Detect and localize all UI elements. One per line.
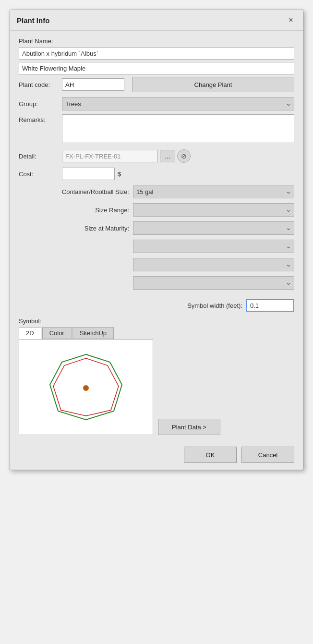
extra-row-1 (19, 240, 294, 253)
extra-row-3 (19, 276, 294, 290)
symbol-width-label: Symbol width (feet): (187, 302, 242, 309)
symbol-area: Plant Data > (19, 339, 294, 435)
extra-row-2 (19, 258, 294, 271)
tab-2d[interactable]: 2D (19, 327, 41, 339)
symbol-width-input[interactable] (246, 299, 294, 312)
extra-select-wrapper-2 (133, 258, 294, 271)
size-maturity-row: Size at Maturity: (19, 221, 294, 235)
size-range-select-wrapper (133, 203, 294, 217)
detail-browse-button[interactable]: ... (160, 150, 175, 162)
size-range-select[interactable] (133, 203, 294, 217)
detail-row: Detail: ... ⊘ (19, 149, 294, 163)
container-label: Container/Rootball Size: (19, 188, 129, 195)
title-bar: Plant Info × (10, 10, 303, 31)
symbol-svg (38, 344, 134, 430)
detail-clear-icon: ⊘ (181, 152, 187, 160)
group-row: Group: Trees Shrubs Groundcover (19, 97, 294, 110)
remarks-input[interactable] (62, 114, 294, 143)
symbol-width-row: Symbol width (feet): (19, 299, 294, 312)
tab-sketchup[interactable]: SketchUp (72, 327, 114, 339)
tab-color[interactable]: Color (42, 327, 72, 339)
dialog-body: Plant Name: Plant code: Change Plant Gro… (10, 31, 303, 442)
extra-select-1[interactable] (133, 240, 294, 253)
group-label: Group: (19, 100, 62, 108)
extra-select-wrapper-3 (133, 276, 294, 290)
cost-row: Cost: $ (19, 168, 294, 180)
detail-label: Detail: (19, 153, 62, 160)
detail-input[interactable] (62, 150, 158, 162)
center-dot (83, 385, 89, 391)
container-select-wrapper: 15 gal 5 gal 1 gal (133, 185, 294, 198)
group-select-wrapper: Trees Shrubs Groundcover (62, 97, 294, 110)
plant-name-input-2[interactable] (19, 62, 294, 74)
plant-code-label: Plant code: (19, 81, 62, 88)
detail-clear-button[interactable]: ⊘ (177, 149, 191, 163)
remarks-wrapper (62, 114, 294, 145)
remarks-label: Remarks: (19, 116, 62, 123)
ok-button[interactable]: OK (184, 447, 237, 463)
size-maturity-select[interactable] (133, 221, 294, 235)
cost-currency: $ (118, 170, 121, 178)
plant-name-label: Plant Name: (19, 37, 294, 45)
bottom-row: OK Cancel (10, 442, 303, 470)
symbol-label: Symbol: (19, 317, 294, 325)
symbol-right: Plant Data > (158, 339, 220, 435)
plant-info-dialog: Plant Info × Plant Name: Plant code: Cha… (10, 10, 303, 470)
size-maturity-label: Size at Maturity: (19, 225, 129, 232)
extra-select-3[interactable] (133, 276, 294, 290)
size-range-row: Size Range: (19, 203, 294, 217)
size-range-label: Size Range: (19, 207, 129, 214)
change-plant-button[interactable]: Change Plant (132, 77, 294, 92)
plant-code-row: Plant code: Change Plant (19, 77, 294, 92)
size-maturity-select-wrapper (133, 221, 294, 235)
symbol-canvas (19, 339, 153, 435)
cost-input[interactable] (62, 168, 115, 180)
cost-label: Cost: (19, 170, 62, 178)
group-select[interactable]: Trees Shrubs Groundcover (62, 97, 294, 110)
plant-code-input[interactable] (62, 78, 124, 91)
remarks-row: Remarks: (19, 114, 294, 145)
container-select[interactable]: 15 gal 5 gal 1 gal (133, 185, 294, 198)
extra-select-wrapper-1 (133, 240, 294, 253)
close-button[interactable]: × (286, 15, 296, 25)
symbol-tabs: 2D Color SketchUp (19, 327, 294, 339)
cancel-button[interactable]: Cancel (241, 447, 294, 463)
symbol-section: Symbol: 2D Color SketchUp (19, 317, 294, 435)
extra-select-2[interactable] (133, 258, 294, 271)
plant-name-input-1[interactable] (19, 47, 294, 60)
container-row: Container/Rootball Size: 15 gal 5 gal 1 … (19, 185, 294, 198)
dialog-title: Plant Info (17, 16, 49, 24)
plant-data-button[interactable]: Plant Data > (158, 419, 220, 435)
